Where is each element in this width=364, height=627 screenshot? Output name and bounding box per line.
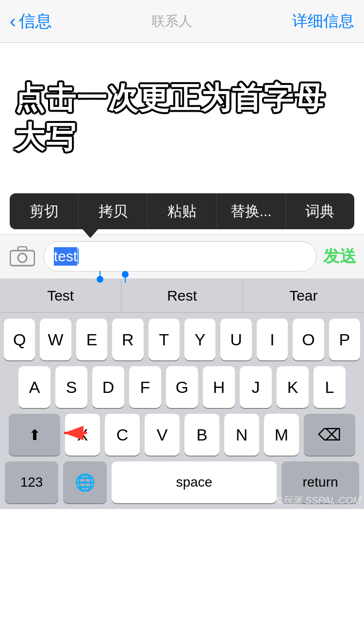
key-n[interactable]: N (224, 414, 259, 456)
key-h[interactable]: H (203, 366, 235, 408)
text-cursor (78, 249, 79, 264)
context-menu-cut[interactable]: 剪切 (10, 193, 79, 229)
input-row: test 发送 (0, 234, 364, 279)
key-c[interactable]: C (105, 414, 140, 456)
delete-key[interactable]: ⌫ (304, 414, 355, 456)
back-button[interactable]: ‹ 信息 (10, 10, 52, 33)
camera-button[interactable] (8, 242, 37, 271)
key-i[interactable]: I (257, 319, 288, 360)
nav-title: 联系人 (151, 12, 192, 31)
globe-key[interactable]: 🌐 (63, 461, 107, 503)
autocomplete-row: Test Rest Tear (0, 279, 364, 313)
chat-area: 点击一次更正为首字母大写 (0, 43, 364, 193)
context-menu: 剪切 拷贝 粘贴 替换... 词典 (10, 193, 354, 229)
key-a[interactable]: A (18, 366, 50, 408)
camera-icon (10, 246, 35, 267)
key-r[interactable]: R (112, 319, 143, 360)
autocomplete-tear[interactable]: Tear (243, 279, 364, 312)
nav-bar: ‹ 信息 联系人 详细信息 (0, 0, 364, 43)
keyboard: Q W E R T Y U I O P A S D F G H J K L ⬆ (0, 313, 364, 509)
numbers-key[interactable]: 123 (5, 461, 58, 503)
autocomplete-test[interactable]: Test (0, 279, 121, 312)
delete-icon: ⌫ (318, 425, 341, 444)
keyboard-row-1: Q W E R T Y U I O P (4, 319, 360, 360)
key-l[interactable]: L (314, 366, 346, 408)
globe-icon: 🌐 (75, 473, 95, 492)
key-t[interactable]: T (149, 319, 180, 360)
annotation-text: 点击一次更正为首字母大写 (15, 79, 349, 157)
numbers-label: 123 (20, 474, 43, 490)
message-input[interactable]: test (44, 241, 316, 271)
send-button[interactable]: 发送 (323, 245, 356, 268)
context-menu-copy[interactable]: 拷贝 (79, 193, 148, 229)
context-menu-arrow (83, 229, 98, 238)
key-u[interactable]: U (220, 319, 251, 360)
key-m[interactable]: M (264, 414, 299, 456)
shift-key[interactable]: ⬆ (9, 414, 60, 456)
key-g[interactable]: G (166, 366, 198, 408)
watermark: ©玩派 SSPAL.COM (276, 494, 361, 507)
key-s[interactable]: S (55, 366, 87, 408)
key-k[interactable]: K (277, 366, 309, 408)
selected-text: test (54, 247, 77, 266)
space-key[interactable]: space (112, 461, 277, 503)
context-menu-dictionary[interactable]: 词典 (286, 193, 354, 229)
key-e[interactable]: E (76, 319, 107, 360)
context-menu-paste[interactable]: 粘贴 (148, 193, 216, 229)
key-d[interactable]: D (92, 366, 124, 408)
keyboard-row-3: ⬆ X C V B N M (4, 414, 360, 456)
detail-button[interactable]: 详细信息 (292, 11, 354, 32)
key-p[interactable]: P (329, 319, 360, 360)
key-v[interactable]: V (145, 414, 180, 456)
context-menu-container: 剪切 拷贝 粘贴 替换... 词典 (10, 193, 354, 229)
key-o[interactable]: O (293, 319, 324, 360)
key-j[interactable]: J (240, 366, 272, 408)
shift-icon: ⬆ (29, 426, 41, 443)
return-label: return (302, 474, 338, 490)
svg-rect-2 (18, 247, 27, 251)
key-f[interactable]: F (129, 366, 161, 408)
context-menu-replace[interactable]: 替换... (217, 193, 286, 229)
autocomplete-rest[interactable]: Rest (121, 279, 243, 312)
key-q[interactable]: Q (4, 319, 35, 360)
key-y[interactable]: Y (184, 319, 215, 360)
back-chevron-icon: ‹ (10, 12, 16, 31)
key-w[interactable]: W (40, 319, 71, 360)
space-label: space (176, 474, 213, 490)
svg-point-1 (18, 254, 27, 262)
keyboard-row-2: A S D F G H J K L (4, 366, 360, 408)
keyboard-body: Q W E R T Y U I O P A S D F G H J K L ⬆ (0, 313, 364, 509)
back-label: 信息 (19, 10, 52, 33)
key-b[interactable]: B (184, 414, 219, 456)
key-x[interactable]: X (65, 414, 100, 456)
